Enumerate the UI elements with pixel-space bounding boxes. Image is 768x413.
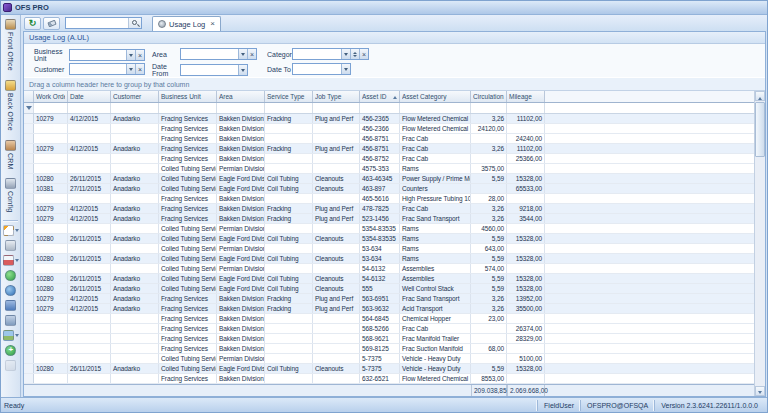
clear-icon[interactable]: × <box>135 64 144 74</box>
auto-filter-cell-job-type[interactable] <box>313 103 360 113</box>
new-document-icon-button[interactable] <box>1 223 20 238</box>
table-row[interactable]: 1028026/11/2015AnadarkoCoiled Tubing Ser… <box>24 274 765 284</box>
chevron-down-icon[interactable] <box>341 64 350 74</box>
cell-business-unit: Fracing Services <box>159 154 217 163</box>
table-row[interactable]: Fracing ServicesBakken Division568-9621F… <box>24 334 765 344</box>
clear-icon[interactable]: × <box>135 50 144 60</box>
table-row[interactable]: Fracing ServicesBakken Division465-5616H… <box>24 194 765 204</box>
tab-usage-log[interactable]: Usage Log × <box>152 16 221 31</box>
clear-icon[interactable]: × <box>247 49 256 59</box>
archive-icon-button[interactable] <box>1 313 20 328</box>
table-row[interactable]: 1028026/11/2015AnadarkoCoiled Tubing Ser… <box>24 284 765 294</box>
table-row[interactable]: Fracing ServicesBakken Division456-2366F… <box>24 124 765 134</box>
auto-filter-cell-area[interactable] <box>217 103 265 113</box>
table-row[interactable]: 1038127/11/2015AnadarkoCoiled Tubing Ser… <box>24 184 765 194</box>
chevron-down-icon[interactable] <box>238 65 247 75</box>
auto-filter-cell-customer[interactable] <box>111 103 159 113</box>
fax-icon-button[interactable] <box>1 298 20 313</box>
table-row[interactable]: 1028026/11/2015AnadarkoCoiled Tubing Ser… <box>24 364 765 374</box>
table-row[interactable]: 102794/12/2015AnadarkoFracing ServicesBa… <box>24 304 765 314</box>
export-grid-icon-button[interactable] <box>1 253 20 268</box>
table-row[interactable]: 102794/12/2015AnadarkoFracing ServicesBa… <box>24 294 765 304</box>
business-unit-input[interactable] <box>70 50 126 60</box>
sidebar-tab-crm[interactable]: CRM <box>1 136 20 175</box>
auto-filter-cell-service-type[interactable] <box>265 103 313 113</box>
column-header-area[interactable]: Area <box>217 91 265 102</box>
titlebar[interactable]: OFS PRO <box>1 1 767 15</box>
chevron-down-icon[interactable] <box>126 64 135 74</box>
auto-filter-cell-asset-id[interactable] <box>360 103 400 113</box>
row-indicator-header <box>24 91 34 102</box>
column-header-circulation[interactable]: Circulation ... <box>471 91 507 102</box>
updown-icon[interactable] <box>350 49 359 59</box>
column-header-service-type[interactable]: Service Type <box>265 91 313 102</box>
table-row[interactable]: Coiled Tubing ServicesPermian Division45… <box>24 164 765 174</box>
table-row[interactable]: Fracing ServicesBakken Division569-8125F… <box>24 344 765 354</box>
table-row[interactable]: Coiled Tubing ServicesPermian Division53… <box>24 244 765 254</box>
search-input[interactable] <box>66 18 128 28</box>
sidebar-tab-config[interactable]: Config <box>1 174 20 217</box>
add-item-icon-button[interactable] <box>1 343 20 358</box>
refresh-button[interactable]: ↻ <box>24 17 41 30</box>
table-row[interactable]: Fracing ServicesBakken Division456-8751F… <box>24 134 765 144</box>
group-by-hint[interactable]: Drag a column header here to group by th… <box>24 78 765 91</box>
table-row[interactable]: 1028026/11/2015AnadarkoCoiled Tubing Ser… <box>24 234 765 244</box>
image-icon-button[interactable] <box>1 328 20 343</box>
auto-filter-cell-work-order[interactable] <box>34 103 68 113</box>
cell-mileage: 3544,00 <box>507 214 545 223</box>
category-input[interactable] <box>293 49 341 59</box>
cell-work-order <box>34 224 68 233</box>
sidebar-tab-back-office[interactable]: Back Office <box>1 76 20 136</box>
table-row[interactable]: 102794/12/2015AnadarkoFracing ServicesBa… <box>24 204 765 214</box>
column-header-job-type[interactable]: Job Type <box>313 91 360 102</box>
scroll-thumb[interactable] <box>755 102 765 157</box>
print-icon-button[interactable] <box>1 238 20 253</box>
cell-customer <box>111 344 159 353</box>
table-row[interactable]: 102794/12/2015AnadarkoFracing ServicesBa… <box>24 144 765 154</box>
scroll-down-icon[interactable] <box>755 386 765 396</box>
table-row[interactable]: Fracing ServicesBakken Division456-8752F… <box>24 154 765 164</box>
auto-filter-cell-asset-category[interactable] <box>400 103 471 113</box>
sidebar-tab-front-office[interactable]: Front Office <box>1 15 20 76</box>
auto-filter-cell-circulation[interactable] <box>471 103 507 113</box>
table-row[interactable]: Fracing ServicesBakken Division568-5266F… <box>24 324 765 334</box>
column-header-business-unit[interactable]: Business Unit <box>159 91 217 102</box>
clear-button[interactable] <box>43 17 60 30</box>
chevron-down-icon[interactable] <box>126 50 135 60</box>
table-row[interactable]: Fracing ServicesBakken Division632-6521F… <box>24 374 765 384</box>
column-header-customer[interactable]: Customer <box>111 91 159 102</box>
area-input[interactable] <box>181 49 238 59</box>
date-to-input[interactable] <box>293 64 341 74</box>
column-header-date[interactable]: Date <box>68 91 111 102</box>
table-row[interactable]: 102794/12/2015AnadarkoFracing ServicesBa… <box>24 214 765 224</box>
table-row[interactable]: 1028026/11/2015AnadarkoCoiled Tubing Ser… <box>24 174 765 184</box>
auto-filter-cell-date[interactable] <box>68 103 111 113</box>
cell-circulation: 5,59 <box>471 254 507 263</box>
row-indicator <box>24 214 34 223</box>
search-button[interactable] <box>128 18 141 28</box>
scroll-up-icon[interactable] <box>755 91 765 101</box>
table-row[interactable]: Fracing ServicesBakken Division564-6845C… <box>24 314 765 324</box>
date-from-input[interactable] <box>181 65 238 75</box>
auto-filter-cell-business-unit[interactable] <box>159 103 217 113</box>
column-header-asset-id[interactable]: Asset ID <box>360 91 400 102</box>
table-row[interactable]: Coiled Tubing ServicesPermian Division5-… <box>24 354 765 364</box>
clear-icon[interactable]: × <box>359 49 368 59</box>
cell-business-unit: Fracing Services <box>159 314 217 323</box>
column-header-work-order[interactable]: Work Order <box>34 91 68 102</box>
table-row[interactable]: 1028026/11/2015AnadarkoCoiled Tubing Ser… <box>24 254 765 264</box>
vertical-scrollbar[interactable] <box>754 91 765 396</box>
close-icon[interactable]: × <box>208 20 215 28</box>
chevron-down-icon[interactable] <box>341 49 350 59</box>
table-row[interactable]: Coiled Tubing ServicesPermian Division54… <box>24 264 765 274</box>
auto-filter-cell-mileage[interactable] <box>507 103 545 113</box>
mail-icon-button[interactable] <box>1 358 20 373</box>
chevron-down-icon[interactable] <box>238 49 247 59</box>
customer-input[interactable] <box>70 64 126 74</box>
column-header-mileage[interactable]: Mileage <box>507 91 545 102</box>
table-row[interactable]: Coiled Tubing ServicesPermian Division53… <box>24 224 765 234</box>
globe-icon-button[interactable] <box>1 283 20 298</box>
refresh-status-icon-button[interactable] <box>1 268 20 283</box>
table-row[interactable]: 102794/12/2015AnadarkoFracing ServicesBa… <box>24 114 765 124</box>
column-header-asset-category[interactable]: Asset Category <box>400 91 471 102</box>
